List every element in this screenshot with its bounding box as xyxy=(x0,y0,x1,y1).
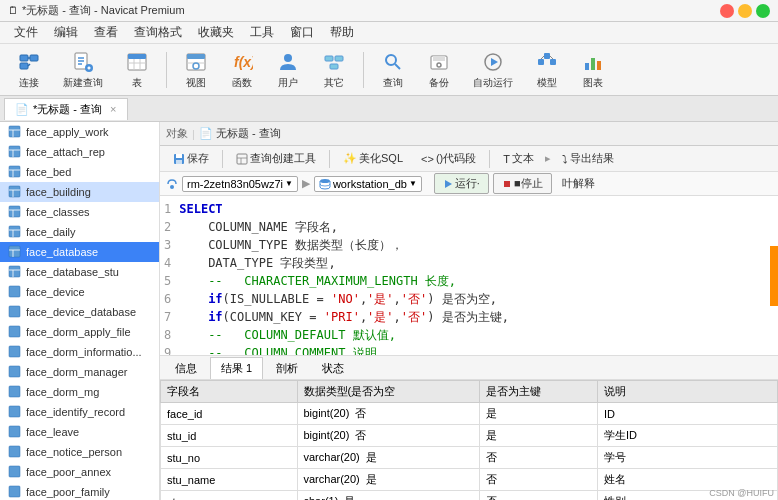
beautify-button[interactable]: ✨ 美化SQL xyxy=(336,148,410,169)
sidebar-item-face-dorm-mg[interactable]: face_dorm_mg xyxy=(0,382,159,402)
run-button[interactable]: 运行· xyxy=(434,173,489,194)
backup-label: 备份 xyxy=(429,76,449,90)
query-tab[interactable]: 📄 *无标题 - 查询 × xyxy=(4,98,128,120)
stop-button[interactable]: ■停止 xyxy=(493,173,552,194)
menu-file[interactable]: 文件 xyxy=(6,22,46,43)
maximize-button[interactable] xyxy=(756,4,770,18)
svg-rect-38 xyxy=(585,63,589,70)
view-button[interactable]: 视图 xyxy=(175,45,217,95)
table-container[interactable]: 字段名 数据类型(是否为空 是否为主键 说明 face_id bigint(20… xyxy=(160,380,778,500)
sidebar-item-face-device-database[interactable]: face_device_database xyxy=(0,302,159,322)
query-button[interactable]: 查询 xyxy=(372,45,414,95)
svg-rect-25 xyxy=(330,64,338,69)
sidebar-item-face-leave[interactable]: face_leave xyxy=(0,422,159,442)
connection-select[interactable]: rm-2zetn83n05wz7i ▼ xyxy=(182,176,298,192)
svg-rect-47 xyxy=(9,166,20,177)
col-header-comment[interactable]: 说明 xyxy=(597,381,777,403)
result-tab-info[interactable]: 信息 xyxy=(164,357,208,379)
menu-view[interactable]: 查看 xyxy=(86,22,126,43)
col-header-primary[interactable]: 是否为主键 xyxy=(479,381,597,403)
save-button[interactable]: 保存 xyxy=(166,148,216,169)
sidebar-item-face-classes[interactable]: face_classes xyxy=(0,202,159,222)
sidebar-item-face-dorm-apply-file[interactable]: face_dorm_apply_file xyxy=(0,322,159,342)
sidebar-label: face_attach_rep xyxy=(26,146,105,158)
sidebar-item-face-database-stu[interactable]: face_database_stu xyxy=(0,262,159,282)
auto-run-button[interactable]: 自动运行 xyxy=(464,45,522,95)
sidebar-item-face-daily[interactable]: face_daily xyxy=(0,222,159,242)
sidebar-item-face-attach-rep[interactable]: face_attach_rep xyxy=(0,142,159,162)
function-button[interactable]: f(x) 函数 xyxy=(221,45,263,95)
result-tab-results[interactable]: 结果 1 xyxy=(210,357,263,379)
user-label: 用户 xyxy=(278,76,298,90)
sidebar-item-face-building[interactable]: face_building xyxy=(0,182,159,202)
result-tab-status[interactable]: 状态 xyxy=(311,357,355,379)
svg-rect-24 xyxy=(335,56,343,61)
menu-help[interactable]: 帮助 xyxy=(322,22,362,43)
tab-close-button[interactable]: × xyxy=(110,103,116,115)
cell-primary: 否 xyxy=(479,491,597,501)
text-label: 文本 xyxy=(512,151,534,166)
svg-rect-65 xyxy=(9,286,20,297)
cell-primary: 否 xyxy=(479,469,597,491)
sidebar-item-face-identify-record[interactable]: face_identify_record xyxy=(0,402,159,422)
table-row[interactable]: face_id bigint(20) 否 是 ID xyxy=(161,403,778,425)
sidebar-item-face-poor-family[interactable]: face_poor_family xyxy=(0,482,159,500)
close-button[interactable] xyxy=(720,4,734,18)
minimize-button[interactable] xyxy=(738,4,752,18)
table-small-icon-15 xyxy=(8,405,22,419)
result-tab-profile[interactable]: 剖析 xyxy=(265,357,309,379)
menu-tools[interactable]: 工具 xyxy=(242,22,282,43)
sql-editor[interactable]: 12345 6789 SELECT COLUMN_NAME 字段名, COLUM… xyxy=(160,196,778,356)
svg-rect-18 xyxy=(187,54,205,59)
model-button[interactable]: 模型 xyxy=(526,45,568,95)
code-snippet-button[interactable]: <> ()代码段 xyxy=(414,148,483,169)
text-button[interactable]: T 文本 xyxy=(496,148,541,169)
model-icon xyxy=(535,50,559,74)
sidebar-label: face_building xyxy=(26,186,91,198)
cell-field: stu_id xyxy=(161,425,298,447)
sidebar-item-face-poor-annex[interactable]: face_poor_annex xyxy=(0,462,159,482)
chart-button[interactable]: 图表 xyxy=(572,45,614,95)
col-header-type[interactable]: 数据类型(是否为空 xyxy=(297,381,479,403)
menu-window[interactable]: 窗口 xyxy=(282,22,322,43)
watermark: CSDN @HUIFU xyxy=(709,488,774,498)
connect-button[interactable]: 连接 xyxy=(8,45,50,95)
sidebar-item-face-bed[interactable]: face_bed xyxy=(0,162,159,182)
svg-marker-32 xyxy=(491,58,498,66)
sidebar-item-face-database[interactable]: face_database xyxy=(0,242,159,262)
export-label: 导出结果 xyxy=(570,151,614,166)
new-query-icon xyxy=(71,50,95,74)
table-row[interactable]: stu_no varchar(20) 是 否 学号 xyxy=(161,447,778,469)
builder-label: 查询创建工具 xyxy=(250,151,316,166)
new-query-button[interactable]: 新建查询 xyxy=(54,45,112,95)
sidebar-label: face_daily xyxy=(26,226,76,238)
explain-button[interactable]: 叶解释 xyxy=(556,174,601,193)
menu-edit[interactable]: 编辑 xyxy=(46,22,86,43)
sidebar-item-face-apply-work[interactable]: face_apply_work xyxy=(0,122,159,142)
backup-button[interactable]: 备份 xyxy=(418,45,460,95)
menu-favorites[interactable]: 收藏夹 xyxy=(190,22,242,43)
builder-button[interactable]: 查询创建工具 xyxy=(229,148,323,169)
cell-field: stu_name xyxy=(161,469,298,491)
svg-rect-3 xyxy=(20,63,28,69)
other-button[interactable]: 其它 xyxy=(313,45,355,95)
sidebar-item-face-dorm-information[interactable]: face_dorm_informatio... xyxy=(0,342,159,362)
col-header-field[interactable]: 字段名 xyxy=(161,381,298,403)
svg-rect-35 xyxy=(544,53,550,59)
table-button[interactable]: 表 xyxy=(116,45,158,95)
sidebar-item-face-notice-person[interactable]: face_notice_person xyxy=(0,442,159,462)
export-button[interactable]: ⤵ 导出结果 xyxy=(555,148,621,169)
sidebar-label: face_database_stu xyxy=(26,266,119,278)
svg-rect-74 xyxy=(9,466,20,477)
sidebar-item-face-device[interactable]: face_device xyxy=(0,282,159,302)
menu-query-format[interactable]: 查询格式 xyxy=(126,22,190,43)
user-button[interactable]: 用户 xyxy=(267,45,309,95)
table-row[interactable]: stu_sex char(1) 是 否 性别 xyxy=(161,491,778,501)
table-row[interactable]: stu_name varchar(20) 是 否 姓名 xyxy=(161,469,778,491)
sidebar-label: face_bed xyxy=(26,166,71,178)
database-select[interactable]: workstation_db ▼ xyxy=(314,176,422,192)
table-row[interactable]: stu_id bigint(20) 否 是 学生ID xyxy=(161,425,778,447)
chart-label: 图表 xyxy=(583,76,603,90)
sql-code[interactable]: SELECT COLUMN_NAME 字段名, COLUMN_TYPE 数据类型… xyxy=(179,200,509,356)
sidebar-item-face-dorm-manager[interactable]: face_dorm_manager xyxy=(0,362,159,382)
